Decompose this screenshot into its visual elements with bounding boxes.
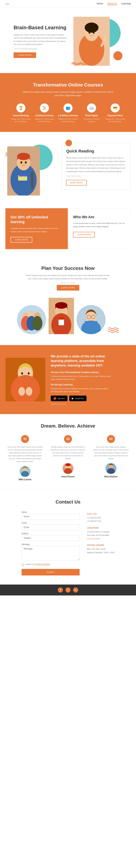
plan-group-image <box>17 305 46 334</box>
hero-learn-more-button[interactable]: LEARN MORE <box>13 52 36 58</box>
dream-name-3: Nick Hudson <box>93 475 129 478</box>
hero-person-image <box>73 17 110 66</box>
feature-million-title: 1.5 Million Courses <box>58 114 78 117</box>
read-icon: 📖 <box>87 103 96 113</box>
message-label: Message <box>22 543 79 545</box>
terms-label: I agree to the Terms of Service <box>25 563 50 565</box>
payment-icon: 💳 <box>111 103 120 113</box>
svg-point-42 <box>28 372 30 374</box>
who-we-are-learn-more-button[interactable]: LEARN MORE <box>73 232 95 238</box>
contact-section: Contact Us Name Email Subject Message I … <box>0 490 136 585</box>
location-block: LOCATION 121 Rock Street, 21 Avenue, New… <box>87 527 114 540</box>
social-linkedin[interactable]: in <box>73 587 78 592</box>
svg-point-25 <box>55 302 67 309</box>
contact-form: Name Email Subject Message I agree to th… <box>22 511 79 576</box>
svg-point-3 <box>89 32 90 34</box>
feature-award-title: Award Winning <box>11 114 31 117</box>
social-facebook[interactable]: f <box>58 587 63 592</box>
quick-reading-read-more-button[interactable]: READ MORE <box>66 180 87 186</box>
svg-rect-27 <box>59 319 64 325</box>
social-twitter[interactable]: t <box>65 587 71 592</box>
footer: f t in <box>0 585 136 595</box>
svg-point-22 <box>32 316 42 331</box>
feature-read-title: Read Highly <box>81 114 102 117</box>
dream-title: Dream. Believe. Achieve <box>5 423 131 429</box>
name-input[interactable] <box>22 514 79 520</box>
dream-cols: 01 Arcu cursus vitae congue mauris rhonc… <box>5 435 131 481</box>
quick-reading-box: Quick Reading Morbi tempus iaculis urna … <box>62 143 131 190</box>
dream-col-3-text: Arcu cursus vitae congue mauris rhoncus.… <box>93 445 129 460</box>
svg-point-40 <box>26 387 32 396</box>
email-input[interactable] <box>22 524 79 530</box>
location-link[interactable]: look for location <box>87 537 100 540</box>
feature-award: 🏆 Award Winning Sample text. Click to se… <box>11 103 31 123</box>
certified-icon: 📜 <box>40 103 49 113</box>
quick-reading-body: Morbi tempus iaculis urna id volutpat la… <box>66 156 126 173</box>
hero-section: Brain-Based Learning Sample text. Click … <box>0 8 136 73</box>
get-30-col: Get 30% off Unlimited learning Curabitur… <box>5 208 68 249</box>
google-play-label: Google Play <box>75 397 84 399</box>
plan-images <box>5 298 131 334</box>
svg-point-39 <box>19 387 25 396</box>
nav-about[interactable]: About Us <box>107 2 117 5</box>
call-us-block: CALL US +1 (234) 567-891 +1 (234) 567-23… <box>87 513 114 523</box>
get-30-title: Get 30% off Unlimited learning <box>10 215 63 224</box>
apple-icon: 🍎 <box>53 397 57 400</box>
feature-payment-title: Payment Plans <box>105 114 125 117</box>
features-row: 🏆 Award Winning Sample text. Click to se… <box>5 103 131 123</box>
nav-learning[interactable]: Learning <box>121 2 131 5</box>
svg-rect-28 <box>59 317 64 320</box>
dream-num-2: 02 <box>64 435 72 443</box>
dream-avatar-3 <box>106 463 116 474</box>
location-line-1: 121 Rock Street, 21 Avenue, <box>87 530 114 533</box>
get-30-learn-more-button[interactable]: LEARN MORE <box>10 237 32 243</box>
phone-2: +1 (234) 567-234 <box>87 519 114 523</box>
hours-title: OFFICE HOURS <box>87 544 114 546</box>
svg-point-49 <box>65 463 71 466</box>
courses-title: Transformative Online Courses <box>5 82 131 88</box>
million-icon: 👥 <box>64 103 72 113</box>
dream-section: Dream. Believe. Achieve 01 Arcu cursus v… <box>0 414 136 490</box>
nav-links: Home About Us Learning <box>97 2 131 5</box>
two-cols-section: Get 30% off Unlimited learning Curabitur… <box>0 208 136 256</box>
plan-img-note: Image from Freepik <box>5 282 131 284</box>
subject-input[interactable] <box>22 535 79 541</box>
dream-name-2: Anna Parson <box>50 475 86 478</box>
plan-person-image <box>48 298 74 334</box>
hero-image-note: Image from Image from Freepik <box>13 48 68 50</box>
who-we-are-desc: Lorem ipsum dolor sit amet, consectetur … <box>73 222 125 228</box>
platform-on-go-title: On-the-go Learning <box>51 383 116 386</box>
terms-checkbox[interactable] <box>22 564 24 566</box>
plan-learn-more-button[interactable]: LEARN MORE <box>57 285 79 290</box>
message-textarea[interactable] <box>22 546 79 560</box>
phone-1: +1 (234) 567-891 <box>87 516 114 520</box>
subject-label: Subject <box>22 532 79 534</box>
courses-description: Diltale TVA sample lorem ipsum sit amet,… <box>21 90 115 97</box>
plan-desc: Morbi tempus iaculis urna id volutpat la… <box>25 274 111 280</box>
google-play-badge[interactable]: ▶ Google Play <box>69 396 87 401</box>
dream-num-1: 01 <box>21 435 29 443</box>
nav-home[interactable]: Home <box>97 2 103 5</box>
award-icon: 🏆 <box>16 103 25 113</box>
contact-info: CALL US +1 (234) 567-891 +1 (234) 567-23… <box>87 511 114 576</box>
who-we-are-col: Who We Are Lorem ipsum dolor sit amet, c… <box>68 208 131 249</box>
dream-name-1: Mike Larson <box>7 478 43 481</box>
app-store-badge[interactable]: 🍎 App Store <box>51 396 67 401</box>
feature-payment-desc: Sample text. Click to select the Text El… <box>105 118 125 123</box>
plan-title: Plan Your Success Now <box>5 266 131 271</box>
dream-col-2: 02 Blandit aliquam etiam erat velit scel… <box>48 435 88 481</box>
google-play-icon: ▶ <box>72 397 74 400</box>
courses-section: Transformative Online Courses Diltale TV… <box>0 73 136 132</box>
submit-button[interactable]: SUBMIT <box>22 569 79 576</box>
platform-image <box>5 358 45 401</box>
plan-section: Plan Your Success Now Morbi tempus iacul… <box>0 256 136 345</box>
quick-reading-section: Quick Reading Morbi tempus iaculis urna … <box>0 132 136 208</box>
nav-logo: logo <box>5 2 10 5</box>
quick-reading-person <box>7 147 40 195</box>
dream-avatar-1 <box>20 466 30 477</box>
terms-link[interactable]: Terms of Service <box>37 563 50 565</box>
svg-point-14 <box>21 161 22 163</box>
navbar: logo Home About Us Learning <box>0 0 136 8</box>
get-30-desc: Curabitur pretium tincidunt lacus. Nulla… <box>10 227 63 233</box>
svg-point-2 <box>85 23 98 33</box>
